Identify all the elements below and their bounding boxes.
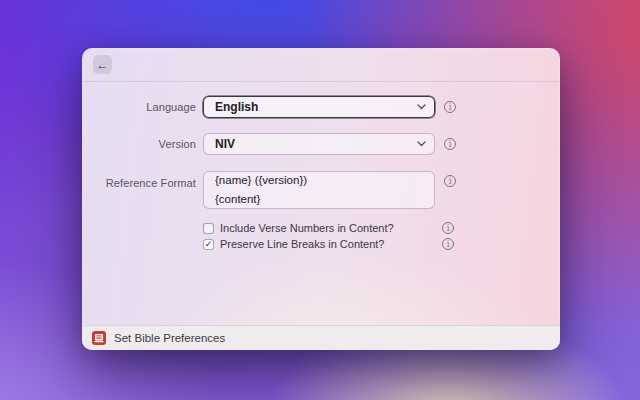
chevron-down-icon <box>417 104 426 110</box>
back-arrow-icon: ← <box>97 59 109 71</box>
window-header: ← <box>82 48 560 82</box>
form-row-include-verse-numbers: Include Verse Numbers in Content? i <box>82 222 560 234</box>
preserve-line-breaks-checkbox-row[interactable]: ✓ Preserve Line Breaks in Content? <box>203 238 435 250</box>
form-row-reference-format: Reference Format {name} ({version}) {con… <box>82 171 560 209</box>
checkmark-icon: ✓ <box>205 239 213 248</box>
reference-format-label: Reference Format <box>82 171 196 189</box>
version-select[interactable]: NIV <box>203 133 435 155</box>
info-icon[interactable]: i <box>444 175 456 187</box>
version-label: Version <box>82 138 196 150</box>
form-row-version: Version NIV i <box>82 133 560 155</box>
info-icon[interactable]: i <box>444 138 456 150</box>
form-row-preserve-line-breaks: ✓ Preserve Line Breaks in Content? i <box>82 238 560 250</box>
checkbox-unchecked-icon[interactable] <box>203 223 214 234</box>
back-button[interactable]: ← <box>93 55 112 74</box>
language-label: Language <box>82 101 196 113</box>
include-verse-numbers-checkbox-row[interactable]: Include Verse Numbers in Content? <box>203 222 435 234</box>
action-bar: Set Bible Preferences <box>82 325 560 350</box>
language-select[interactable]: English <box>203 96 435 118</box>
preferences-form: Language English i Version NIV <box>82 82 560 325</box>
reference-format-line1: {name} ({version}) <box>215 171 423 190</box>
include-verse-numbers-label: Include Verse Numbers in Content? <box>220 222 394 234</box>
info-icon[interactable]: i <box>442 238 454 250</box>
reference-format-line2: {content} <box>215 190 423 209</box>
reference-format-textarea[interactable]: {name} ({version}) {content} <box>203 171 435 209</box>
chevron-down-icon <box>417 141 426 147</box>
language-select-value: English <box>215 100 258 114</box>
info-icon[interactable]: i <box>442 222 454 234</box>
raycast-preferences-window: ← Language English i Version NIV <box>82 48 560 350</box>
checkbox-checked-icon[interactable]: ✓ <box>203 239 214 250</box>
command-title: Set Bible Preferences <box>114 332 225 344</box>
info-icon[interactable]: i <box>444 101 456 113</box>
bible-app-icon <box>92 331 106 345</box>
preserve-line-breaks-label: Preserve Line Breaks in Content? <box>220 238 384 250</box>
version-select-value: NIV <box>215 137 235 151</box>
form-row-language: Language English i <box>82 96 560 118</box>
